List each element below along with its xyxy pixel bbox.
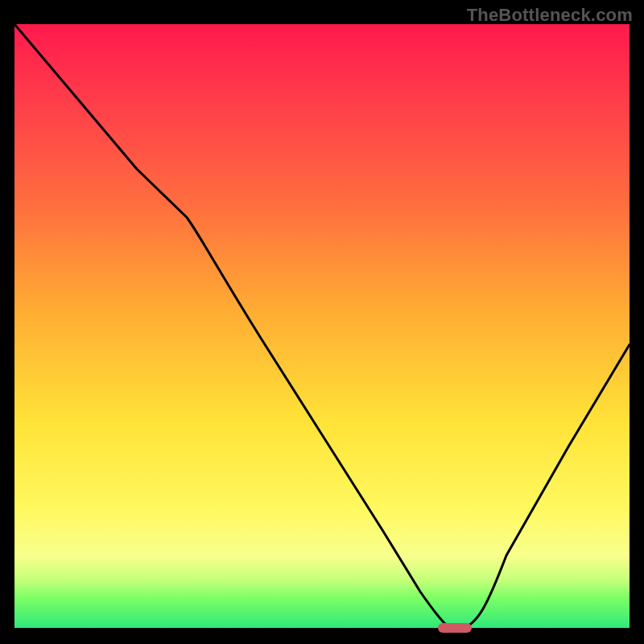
watermark-text: TheBottleneck.com — [467, 5, 633, 26]
chart-frame: TheBottleneck.com — [0, 0, 644, 644]
plot-area — [14, 24, 630, 628]
bottleneck-curve — [14, 24, 630, 628]
curve-path — [14, 24, 630, 628]
optimal-marker — [438, 623, 472, 633]
